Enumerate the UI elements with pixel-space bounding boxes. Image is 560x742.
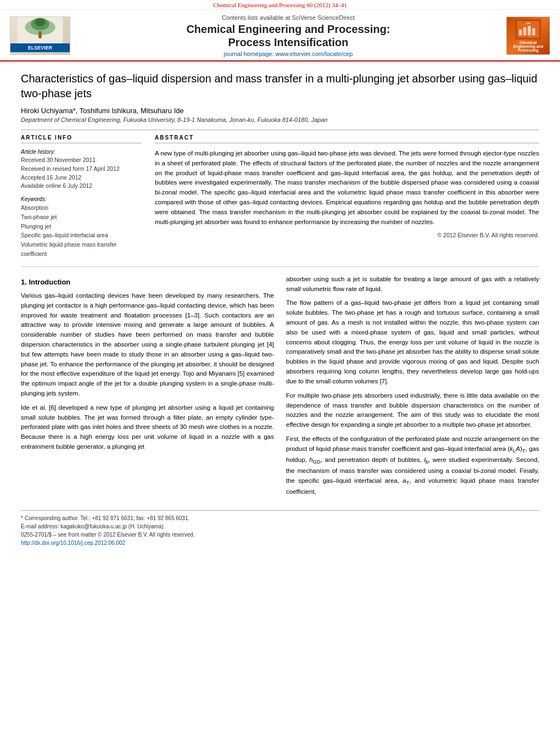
keyword-5: Volumetric liquid phase mass transfer co… [21, 240, 142, 259]
article-authors: Hiroki Uchiyama*, Toshifumi Ishikura, Mi… [21, 107, 539, 115]
journal-homepage-url: www.elsevier.com/locate/cep [276, 51, 353, 57]
body-col-right: absorber using such a jet is suitable fo… [286, 275, 539, 501]
journal-header: Chemical Engineering and Processing 60 (… [0, 0, 560, 62]
body-two-col: 1. Introduction Various gas–liquid conta… [21, 275, 539, 501]
keyword-2: Two-phase jet [21, 213, 142, 222]
article-affiliation: Department of Chemical Engineering, Fuku… [21, 116, 539, 123]
article-info-col: ARTICLE INFO Article history: Received 3… [21, 135, 142, 259]
footnote-area: * Corresponding author. Tel.: +81 92 871… [21, 510, 539, 547]
svg-text:CEP: CEP [526, 22, 531, 25]
keyword-3: Plunging jet [21, 222, 142, 231]
svg-rect-8 [523, 27, 526, 36]
journal-homepage: journal homepage: www.elsevier.com/locat… [77, 51, 500, 57]
journal-logo-left: ELSEVIER [10, 16, 70, 55]
svg-rect-9 [528, 26, 530, 35]
article-container: Characteristics of gas–liquid dispersion… [0, 62, 560, 557]
journal-top-bar: Chemical Engineering and Processing 60 (… [0, 0, 560, 10]
keywords-label: Keywords: [21, 196, 142, 202]
article-title: Characteristics of gas–liquid dispersion… [21, 71, 539, 101]
keyword-4: Specific gas–liquid interfacial area [21, 231, 142, 240]
journal-logo-right: CEP Chemical Engineering and Processing [506, 16, 550, 55]
intro-col2-p1: absorber using such a jet is suitable fo… [286, 275, 539, 294]
svg-rect-7 [519, 30, 522, 36]
footnote-email: E-mail address: kagakuko@fukuoka-u.ac.jp… [21, 522, 539, 531]
intro-col2-p3: For multiple two-phase jets absorbers us… [286, 391, 539, 430]
svg-rect-2 [38, 31, 42, 38]
available-date: Available online 6 July 2012 [21, 182, 142, 191]
accepted-date: Accepted 16 June 2012 [21, 174, 142, 182]
footnote-corresponding: * Corresponding author. Tel.: +81 92 871… [21, 514, 539, 522]
intro-heading: 1. Introduction [21, 277, 274, 288]
intro-p1: Various gas–liquid contacting devices ha… [21, 291, 274, 399]
elsevier-tree-logo [15, 17, 65, 43]
abstract-col: ABSTRACT A new type of multi-plunging je… [155, 135, 539, 259]
elsevier-wordmark: ELSEVIER [10, 43, 70, 52]
received-date-1: Received 30 November 2011 [21, 156, 142, 165]
intro-p2: Ide et al. [6] developed a new type of p… [21, 403, 274, 452]
received-date-2: Received in revised form 17 April 2012 [21, 165, 142, 174]
section-divider [21, 266, 539, 267]
svg-point-4 [35, 18, 45, 26]
article-info-abstract-section: ARTICLE INFO Article history: Received 3… [21, 130, 539, 259]
article-info-label: ARTICLE INFO [21, 135, 142, 141]
footnote-doi: http://dx.doi.org/10.1016/j.cep.2012.06.… [21, 539, 539, 547]
journal-main-title: Chemical Engineering and Processing: Pro… [77, 23, 500, 49]
copyright-line: © 2012 Elsevier B.V. All rights reserved… [155, 232, 539, 238]
journal-citation: Chemical Engineering and Processing 60 (… [213, 2, 347, 8]
abstract-text: A new type of multi-plunging jet absorbe… [155, 149, 539, 227]
footnote-issn: 0255-2701/$ – see front matter © 2012 El… [21, 531, 539, 539]
article-history-label: Article history: [21, 149, 142, 155]
sciverse-text: Contents lists available at SciVerse Sci… [77, 14, 500, 21]
keywords-list: Absorption Two-phase jet Plunging jet Sp… [21, 203, 142, 259]
cep-logo-graphic: CEP [509, 19, 547, 40]
intro-col2-p4: First, the effects of the configuration … [286, 434, 539, 497]
abstract-label: ABSTRACT [155, 135, 539, 141]
journal-banner: ELSEVIER Contents lists available at Sci… [0, 10, 560, 60]
keyword-1: Absorption [21, 203, 142, 213]
journal-title-center: Contents lists available at SciVerse Sci… [70, 14, 506, 57]
doi-link[interactable]: http://dx.doi.org/10.1016/j.cep.2012.06.… [21, 540, 125, 546]
svg-rect-10 [532, 28, 535, 35]
logo-right-label: Chemical Engineering and Processing [509, 41, 547, 52]
body-col-left: 1. Introduction Various gas–liquid conta… [21, 275, 274, 501]
intro-col2-p2: The flow pattern of a gas–liquid two-pha… [286, 298, 539, 386]
